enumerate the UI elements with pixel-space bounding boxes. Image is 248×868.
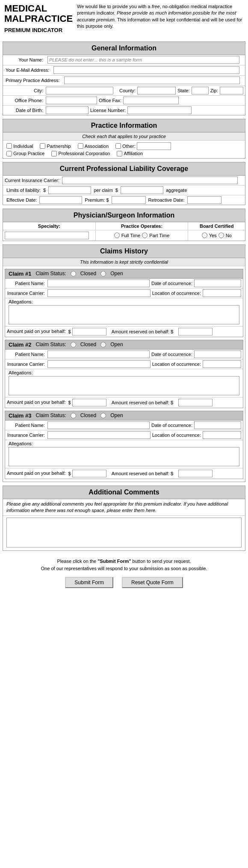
coverage-title: Current Professional Liability Coverage — [3, 162, 245, 176]
address-input[interactable] — [64, 77, 240, 84]
board-certified-cell: Yes No — [188, 230, 245, 241]
claim-2-date-input[interactable] — [194, 350, 241, 358]
claim-2-closed-radio[interactable] — [71, 342, 76, 347]
claim-2-reserved-label: Amount reserved on behalf: $ — [109, 400, 176, 405]
claim-1-date-input[interactable] — [194, 280, 241, 287]
city-input[interactable] — [46, 87, 113, 94]
phone-row: Office Phone: Office Fax: — [3, 96, 245, 106]
claim-1-patient-input[interactable] — [47, 280, 150, 287]
claim-1-amount-input[interactable] — [72, 328, 106, 335]
claim-2-closed-label: Closed — [80, 341, 96, 347]
per-claim-label: per claim — [94, 188, 113, 193]
per-claim-input[interactable] — [48, 186, 91, 194]
individual-label: Individual — [13, 144, 33, 149]
claim-3-closed-label: Closed — [80, 412, 96, 418]
reset-button[interactable]: Reset Quote Form — [122, 577, 183, 588]
name-input[interactable] — [47, 56, 239, 64]
claim-3-allegations-label: Allegations: — [5, 440, 243, 447]
claim-3-reserved-input[interactable] — [178, 470, 213, 477]
effective-date-input[interactable] — [39, 196, 82, 204]
other-input[interactable] — [137, 142, 171, 150]
additional-comments-textarea[interactable] — [6, 518, 242, 547]
footer-text: Please click on the "Submit Form" button… — [0, 554, 248, 574]
fax-input[interactable] — [123, 97, 179, 104]
claim-2-patient-input-cell — [47, 350, 150, 358]
zip-input[interactable] — [220, 87, 243, 94]
association-checkbox[interactable] — [78, 143, 83, 149]
carrier-input-cell — [62, 177, 243, 184]
county-input[interactable] — [137, 87, 176, 94]
board-certified-col-header: Board Certified — [188, 222, 245, 230]
part-time-label: Part Time — [149, 233, 169, 238]
other-checkbox[interactable] — [115, 143, 121, 149]
zip-label: Zip: — [209, 88, 220, 93]
claim-1-reserved-input[interactable] — [178, 328, 213, 335]
claim-1-carrier-input-cell — [47, 289, 151, 297]
claim-2-patient-input[interactable] — [47, 350, 150, 358]
claim-1-allegations-textarea[interactable] — [9, 306, 239, 323]
claim-2-allegations-textarea[interactable] — [9, 377, 239, 394]
physician-title: Physician/Surgeon Information — [3, 209, 245, 222]
association-checkbox-item: Association — [78, 143, 109, 149]
aggregate-input[interactable] — [121, 186, 163, 194]
claim-1-location-label: Location of occurrence: — [151, 291, 203, 296]
claim-2-open-radio[interactable] — [100, 342, 106, 347]
claim-1-open-radio[interactable] — [100, 271, 106, 277]
other-label: Other: — [122, 144, 136, 149]
claim-1-location-input[interactable] — [203, 289, 241, 297]
claim-1-allegations-cell — [9, 305, 239, 324]
specialty-input[interactable] — [5, 232, 89, 239]
physician-section: Physician/Surgeon Information Specialty:… — [3, 209, 245, 241]
carrier-input[interactable] — [62, 177, 238, 184]
claim-3-patient-row: Patient Name: Date of occurrence: — [5, 421, 243, 430]
claim-1-carrier-input[interactable] — [47, 289, 151, 297]
email-input[interactable] — [53, 66, 239, 74]
phone-input[interactable] — [46, 97, 97, 104]
practice-checkboxes-row2: Group Practice Professional Corporation … — [3, 151, 245, 158]
claim-2-amount-input[interactable] — [72, 399, 106, 406]
submit-button[interactable]: Submit Form — [65, 577, 113, 588]
claim-3-patient-input[interactable] — [47, 421, 150, 429]
state-input[interactable] — [192, 87, 209, 94]
individual-checkbox[interactable] — [6, 143, 12, 149]
dob-row: Date of Birth: License Number: — [3, 106, 245, 115]
claim-1-amount-label: Amount paid on your behalf: — [7, 328, 66, 334]
part-time-radio[interactable] — [142, 232, 148, 238]
claim-3-open-radio[interactable] — [100, 413, 106, 418]
city-row: City: County: State: Zip: — [3, 86, 245, 96]
claim-3-amount-input[interactable] — [72, 470, 106, 477]
claim-2-reserved-input[interactable] — [178, 399, 213, 406]
county-label: County: — [117, 88, 137, 93]
claim-3-title: Claim #3 — [9, 412, 31, 419]
page-title: MEDICAL MALPRACTICE PREMIUM INDICATOR — [4, 3, 73, 35]
partnership-checkbox[interactable] — [40, 143, 45, 149]
dob-input[interactable] — [46, 106, 89, 114]
professional-corp-checkbox[interactable] — [51, 151, 57, 156]
claim-3-allegations-textarea[interactable] — [9, 447, 239, 465]
group-practice-checkbox-item: Group Practice — [6, 151, 44, 156]
claim-3-status-label: Claim Status: — [35, 412, 66, 418]
claim-2-location-input[interactable] — [203, 360, 241, 368]
affiliation-checkbox[interactable] — [117, 151, 122, 156]
group-practice-checkbox[interactable] — [6, 151, 12, 156]
board-certified-no-radio[interactable] — [218, 232, 224, 238]
premium-input[interactable] — [112, 196, 146, 204]
partnership-checkbox-item: Partnership — [40, 143, 71, 149]
claim-3-carrier-input[interactable] — [47, 431, 151, 439]
claim-1-closed-radio[interactable] — [71, 271, 76, 277]
yes-label: Yes — [209, 233, 217, 238]
dollar2: $ — [115, 188, 118, 193]
claim-2-header: Claim #2 Claim Status: Closed Open — [5, 340, 243, 350]
claim-3-closed-radio[interactable] — [71, 413, 76, 418]
retroactive-input[interactable] — [187, 196, 221, 204]
limits-row: Limits of liability: $ per claim $ aggre… — [3, 185, 245, 195]
claim-2-box: Claim #2 Claim Status: Closed Open Patie… — [5, 340, 243, 408]
board-certified-yes-radio[interactable] — [202, 232, 207, 238]
license-input[interactable] — [127, 106, 192, 114]
email-input-cell — [52, 65, 245, 75]
claim-3-date-input[interactable] — [194, 421, 241, 429]
claim-2-dollar1: $ — [68, 400, 71, 405]
claim-2-carrier-input[interactable] — [47, 360, 151, 368]
claim-3-location-input[interactable] — [203, 431, 241, 439]
full-time-radio[interactable] — [114, 232, 120, 238]
